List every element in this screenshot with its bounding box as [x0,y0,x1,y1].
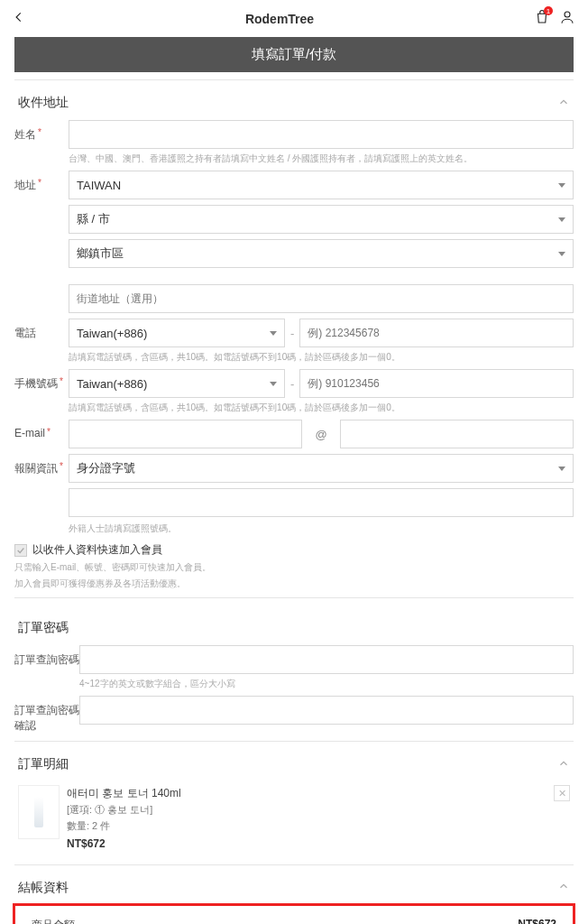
customs-help: 外籍人士請填寫護照號碼。 [69,522,574,535]
address-section-title: 收件地址 [18,95,69,111]
street-input[interactable] [69,284,574,313]
svg-point-0 [565,12,570,17]
email-domain-input[interactable] [340,420,574,448]
order-section-header[interactable]: 訂單明細 [14,753,574,781]
chevron-up-icon [557,96,570,111]
caret-down-icon [558,467,565,471]
caret-down-icon [270,331,277,336]
tel-help: 請填寫電話號碼，含區碼，共10碼。如電話號碼不到10碼，請於區碼後多加一個0。 [69,351,574,364]
pw2-label: 訂單查詢密碼確認 [14,703,79,734]
name-input[interactable] [69,120,574,149]
subtotal-value: NT$672 [518,918,556,924]
app-title: RodemTree [245,12,314,26]
required-icon: * [38,127,41,143]
order-section-title: 訂單明細 [18,756,69,772]
address-label: 地址 [14,178,36,193]
user-button[interactable] [559,9,575,28]
tel-code-select[interactable]: Taiwan(+886) [69,319,285,347]
billing-section-header[interactable]: 結帳資料 [14,876,574,898]
join-help1: 只需輸入E-mail、帳號、密碼即可快速加入會員。 [14,561,574,574]
caret-down-icon [558,217,565,222]
join-member-checkbox[interactable] [14,544,27,557]
join-member-label: 以收件人資料快速加入會員 [32,542,162,558]
product-qty: 數量: 2 件 [67,818,547,835]
required-icon: * [38,178,41,193]
country-select[interactable]: TAIWAN [69,171,574,199]
product-thumb [18,785,60,839]
customs-label: 報關資訊 [14,461,58,476]
join-help2: 加入會員即可獲得優惠券及各項活動優惠。 [14,578,574,590]
order-password-input[interactable] [79,645,574,674]
back-button[interactable] [13,11,25,26]
product-name: 애터미 홍보 토너 140ml [67,785,547,802]
subtotal-label: 商品金額 [32,918,75,924]
tel-label: 電話 [14,326,36,341]
order-item-row: 애터미 홍보 토너 140ml [選項: ① 홍보 토너] 數量: 2 件 NT… [14,781,574,857]
pw-help: 4~12字的英文或數字組合，區分大小寫 [79,678,574,690]
chevron-up-icon [557,880,570,895]
product-option: [選項: ① 홍보 토너] [67,802,547,818]
tel-input[interactable] [299,319,574,347]
mobile-code-select[interactable]: Taiwan(+886) [69,369,285,398]
customs-type-select[interactable]: 身分證字號 [69,454,574,483]
required-icon: * [60,461,63,476]
cart-badge: 1 [544,6,553,15]
email-local-input[interactable] [69,420,302,448]
mobile-label: 手機號碼 [14,376,58,392]
caret-down-icon [558,252,565,256]
caret-down-icon [558,183,565,188]
address-section-header[interactable]: 收件地址 [14,91,574,120]
pw-label: 訂單查詢密碼 [14,652,79,668]
required-icon: * [47,427,51,439]
product-price: NT$672 [67,836,547,853]
pw-section-title: 訂單密碼 [14,609,574,645]
order-password-confirm-input[interactable] [79,696,574,725]
county-select[interactable]: 縣 / 市 [69,205,574,234]
name-label: 姓名 [14,127,36,143]
billing-section-title: 結帳資料 [18,880,69,896]
caret-down-icon [270,382,277,386]
required-icon: * [60,376,63,392]
page-title: 填寫訂單/付款 [14,37,574,72]
billing-highlight-box: 商品金額 NT$672 運費 +NT$0 優惠折扣/額外付款金額 -NT$0 [13,903,575,924]
mobile-input[interactable] [299,369,574,398]
cart-button[interactable]: 1 [534,9,550,28]
remove-item-button[interactable]: ✕ [554,785,570,801]
district-select[interactable]: 鄉鎮市區 [69,239,574,268]
name-help: 台灣、中國、澳門、香港護照之持有者請填寫中文姓名 / 外國護照持有者，請填寫護照… [69,152,574,165]
at-sign: @ [308,420,334,448]
email-label: E-mail [14,427,45,439]
customs-id-input[interactable] [69,488,574,517]
chevron-up-icon [557,757,570,772]
mobile-help: 請填寫電話號碼，含區碼，共10碼。如電話號碼不到10碼，請於區碼後多加一個0。 [69,402,574,414]
